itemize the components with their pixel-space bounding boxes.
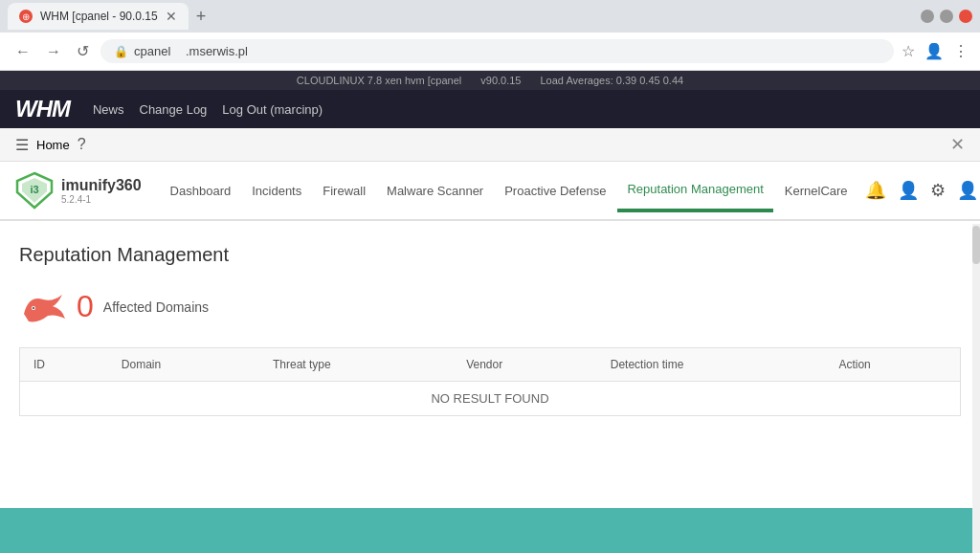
- breadcrumb-home[interactable]: Home: [36, 138, 70, 152]
- imunify-logo-icon: i3: [15, 171, 54, 210]
- shark-icon: [19, 285, 67, 328]
- breadcrumb-bar: ☰ Home ? ✕: [0, 128, 980, 162]
- url-path: .mserwis.pl: [186, 44, 248, 58]
- bookmark-icon[interactable]: ☆: [902, 42, 915, 60]
- hamburger-icon[interactable]: ☰: [15, 136, 29, 154]
- affected-count: 0: [77, 289, 94, 324]
- lock-icon: 🔒: [114, 45, 128, 58]
- back-button[interactable]: ←: [11, 39, 34, 64]
- imunify-nav: Dashboard Incidents Firewall Malware Sca…: [161, 168, 858, 212]
- nav-reputation-management[interactable]: Reputation Management: [617, 168, 772, 212]
- main-content: Reputation Management 0 Affected Domains…: [0, 221, 980, 508]
- tab-favicon: [19, 10, 33, 23]
- whm-nav: WHM News Change Log Log Out (marcinp): [0, 90, 980, 128]
- data-table: ID Domain Threat type Vendor Detection t…: [19, 347, 961, 416]
- col-action: Action: [825, 348, 960, 382]
- refresh-button[interactable]: ↺: [73, 38, 93, 64]
- nav-dashboard[interactable]: Dashboard: [161, 170, 241, 211]
- browser-tab[interactable]: WHM [cpanel - 90.0.15 ✕: [8, 3, 189, 30]
- col-detection-time: Detection time: [597, 348, 826, 382]
- window-close-button[interactable]: ✕: [959, 10, 972, 23]
- imunify-product-name: imunify360: [61, 177, 142, 194]
- tab-close-button[interactable]: ✕: [166, 9, 177, 24]
- notifications-icon[interactable]: 🔔: [865, 180, 886, 201]
- version-info: v90.0.15: [480, 75, 521, 86]
- stats-row: 0 Affected Domains: [19, 285, 961, 328]
- scrollbar-thumb[interactable]: [972, 226, 980, 264]
- settings-icon[interactable]: ⚙: [930, 180, 946, 201]
- account-icon[interactable]: 👤: [957, 180, 978, 201]
- user-shield-icon[interactable]: 👤: [898, 180, 919, 201]
- tab-title: WHM [cpanel - 90.0.15: [40, 10, 158, 23]
- svg-point-4: [33, 307, 34, 309]
- affected-label: Affected Domains: [103, 299, 209, 315]
- load-averages: Load Averages: 0.39 0.45 0.44: [540, 75, 683, 86]
- imunify-actions: 🔔 👤 ⚙ 👤: [858, 180, 980, 201]
- imunify-logo: i3 imunify360 5.2.4-1: [15, 162, 142, 219]
- menu-icon[interactable]: ⋮: [953, 42, 969, 60]
- imunify-header: i3 imunify360 5.2.4-1 Dashboard Incident…: [0, 162, 980, 221]
- title-bar: WHM [cpanel - 90.0.15 ✕ + — ❐ ✕: [0, 0, 980, 33]
- svg-text:i3: i3: [30, 184, 38, 195]
- whm-nav-news[interactable]: News: [93, 102, 124, 117]
- page-title: Reputation Management: [19, 244, 961, 266]
- imunify-logo-text: imunify360 5.2.4-1: [61, 177, 142, 205]
- col-threat-type: Threat type: [259, 348, 453, 382]
- nav-incidents[interactable]: Incidents: [242, 170, 311, 211]
- window-controls: — ❐ ✕: [921, 10, 972, 23]
- table-header-row: ID Domain Threat type Vendor Detection t…: [20, 348, 961, 382]
- address-bar-actions: ☆ 👤 ⋮: [902, 42, 969, 60]
- breadcrumb-close-icon[interactable]: ✕: [950, 135, 965, 154]
- url-input[interactable]: 🔒 cpanel .mserwis.pl: [100, 39, 894, 63]
- col-vendor: Vendor: [453, 348, 597, 382]
- col-domain: Domain: [108, 348, 259, 382]
- address-bar: ← → ↺ 🔒 cpanel .mserwis.pl ☆ 👤 ⋮: [0, 33, 980, 71]
- window-maximize-button[interactable]: ❐: [940, 10, 953, 23]
- profile-icon[interactable]: 👤: [924, 42, 944, 60]
- browser-chrome: WHM [cpanel - 90.0.15 ✕ + — ❐ ✕ ← → ↺ 🔒 …: [0, 0, 980, 71]
- server-info: CLOUDLINUX 7.8 xen hvm [cpanel: [297, 75, 461, 86]
- forward-button[interactable]: →: [42, 39, 65, 64]
- nav-malware-scanner[interactable]: Malware Scanner: [377, 170, 493, 211]
- whm-topbar: CLOUDLINUX 7.8 xen hvm [cpanel v90.0.15 …: [0, 71, 980, 90]
- scrollbar[interactable]: [972, 224, 980, 553]
- whm-nav-changelog[interactable]: Change Log: [140, 102, 208, 117]
- imunify-version: 5.2.4-1: [61, 194, 142, 205]
- whm-logo: WHM: [15, 96, 70, 122]
- nav-firewall[interactable]: Firewall: [313, 170, 375, 211]
- browser-content: CLOUDLINUX 7.8 xen hvm [cpanel v90.0.15 …: [0, 71, 980, 508]
- new-tab-button[interactable]: +: [196, 7, 207, 27]
- no-result-row: NO RESULT FOUND: [20, 382, 961, 416]
- window-minimize-button[interactable]: —: [921, 10, 934, 23]
- whm-nav-logout[interactable]: Log Out (marcinp): [222, 102, 323, 117]
- nav-proactive-defense[interactable]: Proactive Defense: [495, 170, 615, 211]
- no-result-text: NO RESULT FOUND: [20, 382, 961, 416]
- help-icon[interactable]: ?: [78, 136, 86, 153]
- url-domain: cpanel: [134, 44, 170, 58]
- nav-kernelcare[interactable]: KernelCare: [775, 170, 858, 211]
- col-id: ID: [20, 348, 108, 382]
